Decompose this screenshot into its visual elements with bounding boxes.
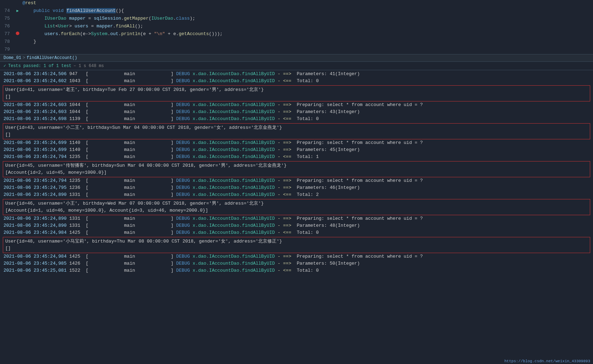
log-bracket-open: [ [86, 78, 89, 84]
line-num-79: 79 [0, 47, 14, 52]
log-timestamp: 2021-08-06 23:45:24,890 [4, 223, 69, 228]
code-editor: @rest 74 ▶ public void findAllUserAccoun… [0, 0, 593, 54]
log-bracket-open: [ [86, 261, 89, 266]
log-timestamp: 2021-08-06 23:45:24,603 [4, 102, 69, 107]
log-label: Preparing: select * from account where u… [297, 140, 423, 145]
log-label: Parameters: 41(Integer) [297, 71, 360, 77]
log-thread-name: main [89, 78, 171, 84]
log-thread-id: 1236 [69, 185, 86, 190]
log-arrow: - ==> [278, 140, 297, 145]
log-bracket-open: [ [86, 254, 89, 259]
log-thread-name: main [89, 147, 171, 152]
log-thread-name: main [89, 109, 171, 114]
log-level: DEBUG [176, 216, 193, 221]
code-line-76: 76 List<User> users = mapper.findAll(); [0, 23, 593, 31]
log-thread-id: 1140 [69, 147, 86, 152]
code-line-75: 75 IUserDao mapper = sqlSession.getMappe… [0, 15, 593, 23]
log-bracket-close: ] [171, 102, 176, 107]
log-thread-id: 1522 [69, 268, 86, 273]
log-label: Parameters: 43(Integer) [297, 109, 360, 114]
log-bracket-close: ] [171, 109, 176, 114]
log-level: DEBUG [176, 192, 193, 197]
log-bracket-open: [ [86, 178, 89, 183]
log-arrow: - ==> [278, 109, 297, 114]
log-bracket-open: [ [86, 71, 89, 77]
log-class-name: x.dao.IAccountDao.findAllByUID [193, 261, 278, 266]
log-label: Total: 0 [297, 116, 319, 121]
user-object-line: [] [5, 93, 588, 100]
log-label: Total: 0 [297, 230, 319, 235]
log-label: Parameters: 46(Integer) [297, 185, 360, 190]
log-class-name: x.dao.IAccountDao.findAllByUID [193, 102, 278, 107]
log-thread-name: main [89, 254, 171, 259]
log-thread-id: 1044 [69, 102, 86, 107]
line-num-77: 77 [0, 31, 14, 37]
log-timestamp: 2021-08-06 23:45:24,603 [4, 109, 69, 114]
log-bracket-close: ] [171, 261, 176, 266]
user-object-block: User{id=41, username='老王', birthday=Tue … [3, 85, 590, 101]
log-arrow: - <== [278, 192, 297, 197]
log-thread-id: 1426 [69, 261, 86, 266]
breadcrumb-part1: Dome_01 [4, 55, 21, 60]
log-bracket-close: ] [171, 254, 176, 259]
log-arrow: - ==> [278, 147, 297, 152]
user-object-line: User{id=41, username='老王', birthday=Tue … [5, 86, 588, 93]
log-timestamp: 2021-08-06 23:45:24,699 [4, 140, 69, 145]
log-timestamp: 2021-08-06 23:45:24,506 [4, 71, 69, 77]
log-timestamp: 2021-08-06 23:45:24,794 [4, 154, 69, 159]
log-line: 2021-08-06 23:45:25,081 1522 [ main ] DE… [0, 267, 593, 274]
breadcrumb-bar: Dome_01 > findAllUserAccount() [0, 54, 593, 62]
log-label: Preparing: select * from account where u… [297, 254, 423, 259]
log-line: 2021-08-06 23:45:24,506 947 [ main ] DEB… [0, 71, 593, 78]
log-timestamp: 2021-08-06 23:45:24,698 [4, 116, 69, 121]
gutter-74: ▶ [14, 8, 21, 13]
log-arrow: - ==> [278, 254, 297, 259]
log-bracket-close: ] [171, 140, 176, 145]
log-thread-name: main [89, 154, 171, 159]
code-line-annotation: @rest [0, 0, 593, 8]
log-class-name: x.dao.IAccountDao.findAllByUID [193, 154, 278, 159]
line-num-76: 76 [0, 24, 14, 29]
log-label: Preparing: select * from account where u… [297, 178, 423, 183]
user-object-line: User{id=46, username='小王', birthday=Wed … [5, 200, 588, 207]
log-thread-id: 1331 [69, 216, 86, 221]
log-thread-name: main [89, 185, 171, 190]
log-level: DEBUG [176, 154, 193, 159]
user-object-line: User{id=45, username='传智播客', birthday=Su… [5, 162, 588, 169]
log-line: 2021-08-06 23:45:24,699 1140 [ main ] DE… [0, 147, 593, 154]
log-timestamp: 2021-08-06 23:45:24,602 [4, 78, 69, 84]
log-bracket-close: ] [171, 192, 176, 197]
line-num-74: 74 [0, 8, 14, 13]
test-pass-text: Tests passed: 1 of 1 test [8, 64, 71, 68]
gutter-77 [14, 32, 21, 35]
line-content-75: IUserDao mapper = sqlSession.getMapper(I… [21, 16, 593, 21]
log-timestamp: 2021-08-06 23:45:24,795 [4, 185, 69, 190]
log-label: Total: 0 [297, 268, 319, 273]
user-object-line: User{id=48, username='小马宝莉', birthday=Th… [5, 238, 588, 245]
log-class-name: x.dao.IAccountDao.findAllByUID [193, 185, 278, 190]
test-timing: – 1 s 648 ms [73, 64, 104, 68]
log-bracket-open: [ [86, 268, 89, 273]
log-thread-name: main [89, 230, 171, 235]
log-level: DEBUG [176, 178, 193, 183]
status-url: https://blog.csdn.net/weixin_43309893 [504, 359, 590, 363]
log-timestamp: 2021-08-06 23:45:25,081 [4, 268, 69, 273]
log-thread-id: 1331 [69, 192, 86, 197]
user-object-block: User{id=45, username='传智播客', birthday=Su… [3, 161, 590, 177]
log-thread-name: main [89, 192, 171, 197]
log-thread-name: main [89, 102, 171, 107]
test-pass-icon: ✓ [4, 63, 6, 68]
line-content-74: public void findAllUserAccount(){ [21, 8, 593, 13]
log-class-name: x.dao.IAccountDao.findAllByUID [193, 223, 278, 228]
line-num-78: 78 [0, 39, 14, 44]
log-bracket-open: [ [86, 147, 89, 152]
line-content-annotation: @rest [21, 0, 593, 6]
user-object-line: [] [5, 245, 588, 252]
log-class-name: x.dao.IAccountDao.findAllByUID [193, 216, 278, 221]
log-level: DEBUG [176, 268, 193, 273]
log-line: 2021-08-06 23:45:24,603 1044 [ main ] DE… [0, 102, 593, 109]
log-line: 2021-08-06 23:45:24,602 1043 [ main ] DE… [0, 78, 593, 85]
log-bracket-close: ] [171, 178, 176, 183]
console-output: 2021-08-06 23:45:24,506 947 [ main ] DEB… [0, 70, 593, 275]
log-bracket-close: ] [171, 223, 176, 228]
